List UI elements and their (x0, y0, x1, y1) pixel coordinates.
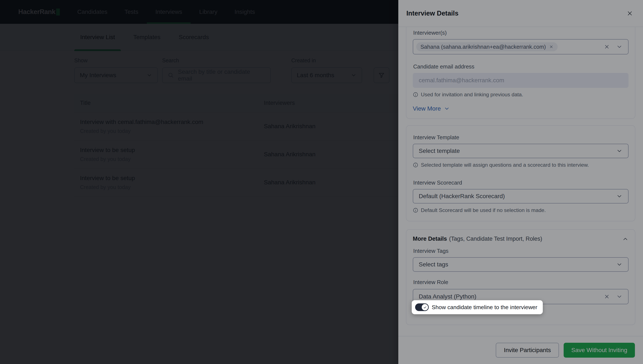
candidate-timeline-toggle-row: Show candidate timeline to the interview… (412, 300, 543, 314)
candidate-timeline-toggle[interactable] (415, 304, 429, 311)
tour-dim-overlay[interactable] (0, 0, 643, 364)
toggle-label: Show candidate timeline to the interview… (432, 304, 537, 311)
screen: HackerRank Candidates Tests Interviews L… (0, 0, 643, 364)
toggle-knob (422, 304, 428, 310)
